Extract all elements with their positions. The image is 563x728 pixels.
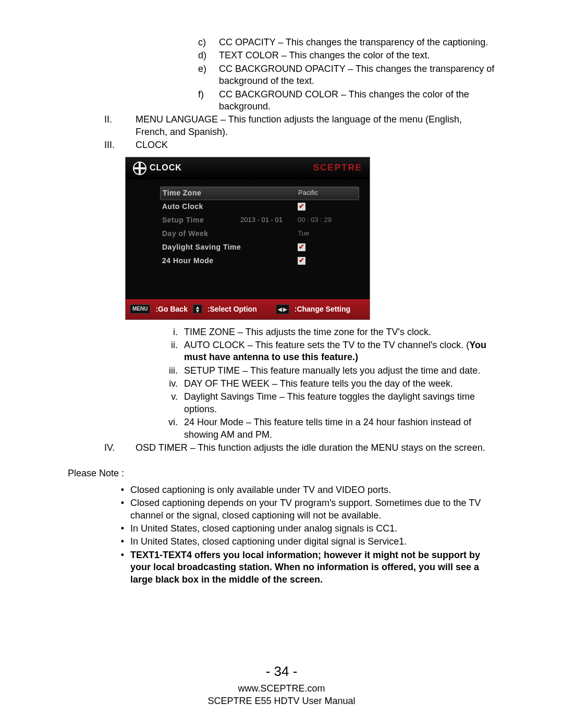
footer-manual: SCEPTRE E55 HDTV User Manual xyxy=(0,695,563,707)
footer-url: www.SCEPTRE.com xyxy=(0,683,563,695)
list-marker: II. xyxy=(104,114,136,138)
list-marker: f) xyxy=(198,89,219,113)
list-text: In United States, closed captioning unde… xyxy=(130,523,495,535)
list-item: • In United States, closed captioning un… xyxy=(115,536,495,548)
list-marker: III. xyxy=(104,139,136,151)
osd-brand: SCEPTRE xyxy=(313,162,362,174)
list-item: c) CC OPACITY – This changes the transpa… xyxy=(198,36,495,48)
page-content: c) CC OPACITY – This changes the transpa… xyxy=(68,36,495,586)
osd-row-dst[interactable]: Daylight Saving Time ✔ xyxy=(162,241,359,254)
list-marker: i. xyxy=(159,326,184,338)
list-marker: e) xyxy=(198,63,219,88)
osd-clock-screenshot: CLOCK SCEPTRE Time Zone Pacific Auto Clo… xyxy=(125,157,370,320)
osd-mid: 2013 - 01 - 01 xyxy=(240,216,298,225)
checkbox-checked-icon: ✔ xyxy=(298,203,305,211)
list-item: • TEXT1-TEXT4 offers you local informati… xyxy=(115,549,495,586)
osd-label: Time Zone xyxy=(163,188,241,198)
list-item: iv. DAY OF THE WEEK – This feature tells… xyxy=(159,378,495,390)
list-item: d) TEXT COLOR – This changes the color o… xyxy=(198,50,495,61)
osd-row-setuptime[interactable]: Setup Time 2013 - 01 - 01 00 : 03 : 29 xyxy=(162,214,359,227)
list-text: CC BACKGROUND COLOR – This changes the c… xyxy=(219,89,495,113)
osd-header: CLOCK SCEPTRE xyxy=(126,157,370,179)
please-note-heading: Please Note : xyxy=(68,467,495,479)
list-text: OSD TIMER – This function adjusts the id… xyxy=(136,442,495,454)
list-text: CLOCK xyxy=(136,139,495,151)
list-text: Closed captioning is only available unde… xyxy=(130,484,495,496)
list-text: CC BACKGROUND OPACITY – This changes the… xyxy=(219,63,495,88)
list-text: CC OPACITY – This changes the transparen… xyxy=(219,36,488,48)
osd-value: Pacific xyxy=(298,189,318,198)
list-marker: c) xyxy=(198,36,219,48)
osd-body: Time Zone Pacific Auto Clock ✔ Setup Tim… xyxy=(126,179,370,299)
list-marker: v. xyxy=(159,391,184,415)
list-text: 24 Hour Mode – This feature tells time i… xyxy=(184,416,495,441)
osd-label: Daylight Saving Time xyxy=(162,242,298,252)
list-text: TEXT1-TEXT4 offers you local information… xyxy=(130,549,495,586)
list-item: IV. OSD TIMER – This function adjusts th… xyxy=(104,442,495,454)
osd-row-autoclock[interactable]: Auto Clock ✔ xyxy=(162,200,359,214)
list-item: e) CC BACKGROUND OPACITY – This changes … xyxy=(198,63,495,88)
updown-keys-icon: ▲▼ xyxy=(193,304,202,314)
list-item: III. CLOCK xyxy=(104,139,495,151)
list-marker: ii. xyxy=(159,339,184,364)
list-item: vi. 24 Hour Mode – This feature tells ti… xyxy=(159,416,495,441)
bullet-icon: • xyxy=(115,523,130,535)
bullet-icon: • xyxy=(115,549,130,586)
osd-footer-goback: :Go Back xyxy=(155,304,187,314)
list-marker: vi. xyxy=(159,416,184,441)
osd-footer-select: :Select Option xyxy=(207,304,257,314)
checkbox-checked-icon: ✔ xyxy=(298,243,305,251)
list-item: f) CC BACKGROUND COLOR – This changes th… xyxy=(198,89,495,113)
list-text: In United States, closed captioning unde… xyxy=(130,536,495,548)
osd-footer-change: :Change Setting xyxy=(295,304,350,314)
gear-icon xyxy=(133,162,146,175)
osd-row-dayofweek[interactable]: Day of Week Tue xyxy=(162,227,359,241)
list-item: II. MENU LANGUAGE – This function adjust… xyxy=(104,114,495,138)
list-marker: d) xyxy=(198,50,219,61)
roman-list: II. MENU LANGUAGE – This function adjust… xyxy=(104,114,495,151)
list-marker: iii. xyxy=(159,365,184,377)
osd-row-timezone[interactable]: Time Zone Pacific xyxy=(160,187,359,200)
page-number: - 34 - xyxy=(0,663,563,681)
list-text: SETUP TIME – This feature manually lets … xyxy=(184,365,495,377)
osd-label: Auto Clock xyxy=(162,202,240,211)
notes-bullet-list: • Closed captioning is only available un… xyxy=(115,484,495,586)
list-item: iii. SETUP TIME – This feature manually … xyxy=(159,365,495,377)
bullet-icon: • xyxy=(115,536,130,548)
menu-key-icon: MENU xyxy=(130,304,150,314)
list-item: • Closed captioning is only available un… xyxy=(115,484,495,496)
bullet-icon: • xyxy=(115,484,130,496)
list-text: DAY OF THE WEEK – This feature tells you… xyxy=(184,378,495,390)
sub-option-list: c) CC OPACITY – This changes the transpa… xyxy=(198,36,495,113)
list-text: MENU LANGUAGE – This function adjusts th… xyxy=(136,114,495,138)
list-text: TIME ZONE – This adjusts the time zone f… xyxy=(184,326,495,338)
osd-title: CLOCK xyxy=(150,163,182,174)
osd-value: Tue xyxy=(298,229,309,238)
list-text: Daylight Savings Time – This feature tog… xyxy=(184,391,495,415)
leftright-keys-icon: ◀▶ xyxy=(276,304,289,314)
osd-row-24hour[interactable]: 24 Hour Mode ✔ xyxy=(162,254,359,268)
clock-sublist: i. TIME ZONE – This adjusts the time zon… xyxy=(159,326,495,441)
list-text: TEXT COLOR – This changes the color of t… xyxy=(219,50,430,61)
checkbox-checked-icon: ✔ xyxy=(298,257,305,265)
osd-label: Day of Week xyxy=(162,229,240,238)
osd-label: Setup Time xyxy=(162,215,240,225)
page-footer: - 34 - www.SCEPTRE.com SCEPTRE E55 HDTV … xyxy=(0,663,563,707)
roman-list-iv: IV. OSD TIMER – This function adjusts th… xyxy=(104,442,495,454)
list-item: i. TIME ZONE – This adjusts the time zon… xyxy=(159,326,495,338)
osd-value: 00 : 03 : 29 xyxy=(298,216,332,225)
list-item: • In United States, closed captioning un… xyxy=(115,523,495,535)
list-text: Closed captioning depends on your TV pro… xyxy=(130,497,495,522)
list-text: AUTO CLOCK – This feature sets the TV to… xyxy=(184,339,495,364)
list-marker: IV. xyxy=(104,442,136,454)
bullet-icon: • xyxy=(115,497,130,522)
list-item: • Closed captioning depends on your TV p… xyxy=(115,497,495,522)
list-item: v. Daylight Savings Time – This feature … xyxy=(159,391,495,415)
osd-label: 24 Hour Mode xyxy=(162,256,298,265)
list-marker: iv. xyxy=(159,378,184,390)
list-item: ii. AUTO CLOCK – This feature sets the T… xyxy=(159,339,495,364)
osd-footer: MENU :Go Back ▲▼ :Select Option ◀▶ :Chan… xyxy=(126,299,370,319)
